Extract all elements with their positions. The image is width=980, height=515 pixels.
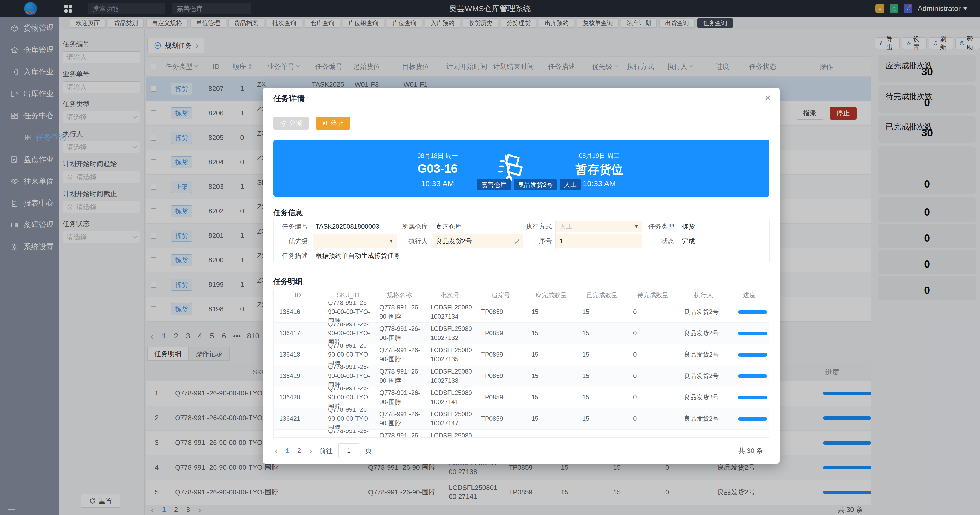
next-page-icon[interactable]: › bbox=[308, 446, 313, 456]
desc-value: 根据预约单自动生成拣货任务 bbox=[312, 249, 770, 262]
progress-bar bbox=[738, 331, 767, 335]
priority-cell: ▼ bbox=[312, 233, 398, 249]
seq-label: 序号 bbox=[524, 233, 556, 249]
detail-plan-cell: 15 bbox=[526, 323, 577, 344]
detail-row[interactable]: 136421Q778-991 -26-90-00-00-TYO-围脖Q778-9… bbox=[274, 408, 769, 429]
assign-button[interactable]: 分派 bbox=[273, 117, 309, 130]
destination-location: 暂存货位 bbox=[552, 162, 646, 177]
detail-track-cell: TP0859 bbox=[476, 344, 526, 365]
detail-column-header: 已完成数量 bbox=[577, 289, 627, 301]
detail-column-header: 追踪号 bbox=[476, 289, 526, 301]
prev-page-icon[interactable]: ‹ bbox=[273, 446, 279, 456]
detail-todo-cell: 0 bbox=[627, 387, 678, 408]
detail-spec-cell: Q778-991 -26-90-围脖 bbox=[374, 387, 425, 408]
detail-row[interactable]: 136420Q778-991 -26-90-00-00-TYO-围脖Q778-9… bbox=[274, 387, 769, 408]
method-value: 人工 bbox=[560, 222, 573, 231]
task-info-grid: 任务编号 TASK2025081800003 所属仓库 嘉善仓库 执行方式 人工… bbox=[273, 220, 769, 262]
detail-column-header: ID bbox=[274, 289, 322, 301]
detail-done-cell: 15 bbox=[577, 387, 627, 408]
detail-row[interactable]: 136418Q778-991 -26-90-00-00-TYO-围脖Q778-9… bbox=[274, 344, 769, 366]
detail-id-cell: 136417 bbox=[274, 323, 322, 344]
status-value: 完成 bbox=[678, 233, 770, 249]
detail-spec-cell: Q778-991 -26-90-围脖 bbox=[374, 366, 425, 387]
priority-select[interactable]: ▼ bbox=[313, 234, 397, 248]
detail-track-cell: TP0859 bbox=[476, 323, 526, 344]
warehouse-value: 嘉善仓库 bbox=[432, 220, 524, 233]
detail-progress-cell bbox=[729, 323, 769, 344]
modal-pagination: ‹12›前往页共 30 条 bbox=[273, 444, 769, 458]
type-label: 任务类型 bbox=[643, 220, 678, 233]
task-no-label: 任务编号 bbox=[274, 220, 312, 233]
detail-id-cell: 136421 bbox=[274, 408, 322, 429]
banner-tag: 嘉善仓库 bbox=[477, 179, 511, 190]
executor-field[interactable]: 良品发货2号 bbox=[433, 234, 523, 248]
page-1[interactable]: 1 bbox=[285, 447, 291, 455]
detail-column-header: 批次号 bbox=[425, 289, 476, 301]
info-section-title: 任务信息 bbox=[273, 208, 302, 218]
origin-time: 10:33 AM bbox=[391, 179, 485, 188]
detail-batch-cell: LCDSFL250801002 bbox=[425, 429, 476, 437]
detail-done-cell: 15 bbox=[577, 323, 627, 344]
detail-todo-cell: 0 bbox=[627, 344, 678, 365]
stop-button[interactable]: 停止 bbox=[315, 117, 350, 130]
page-2[interactable]: 2 bbox=[296, 447, 302, 455]
detail-progress-cell bbox=[729, 408, 769, 429]
detail-sku-cell: Q778-991 -26-90-00-00-TYO-围脖 bbox=[322, 344, 374, 365]
seq-cell: 1 bbox=[556, 233, 643, 249]
method-select[interactable]: 人工 ▼ bbox=[557, 221, 642, 232]
hand-truck-icon bbox=[494, 152, 524, 183]
executor-label: 执行人 bbox=[398, 233, 432, 249]
detail-executor-cell: 良品发货2号 bbox=[678, 366, 729, 387]
progress-bar bbox=[738, 310, 767, 314]
detail-row[interactable]: 136419Q778-991 -26-90-00-00-TYO-围脖Q778-9… bbox=[274, 366, 769, 387]
detail-track-cell: TP0859 bbox=[476, 301, 526, 323]
modal-header: 任务详情 × bbox=[263, 87, 780, 109]
executor-value: 良品发货2号 bbox=[436, 237, 472, 246]
detail-id-cell: 136420 bbox=[274, 387, 322, 408]
close-icon[interactable]: × bbox=[764, 92, 771, 104]
detail-sku-cell: Q778-991 -26-90-00-00-TYO-围脖 bbox=[322, 301, 374, 323]
detail-row[interactable]: 136417Q778-991 -26-90-00-00-TYO-围脖Q778-9… bbox=[274, 323, 769, 344]
send-icon bbox=[280, 120, 286, 127]
method-label: 执行方式 bbox=[524, 220, 556, 233]
detail-batch-cell: LCDSFL2508010027135 bbox=[425, 344, 476, 365]
method-cell: 人工 ▼ bbox=[556, 220, 643, 233]
seq-field[interactable]: 1 bbox=[557, 234, 642, 248]
detail-plan-cell: 15 bbox=[526, 301, 577, 323]
modal-actions: 分派 停止 bbox=[273, 117, 350, 130]
detail-row[interactable]: 136416Q778-991 -26-90-00-00-TYO-围脖Q778-9… bbox=[274, 301, 769, 323]
modal-detail-table: IDSKU_ID规格名称批次号追踪号应完成数量已完成数量待完成数量执行人进度 1… bbox=[273, 288, 769, 437]
detail-todo-cell: 0 bbox=[627, 323, 678, 344]
detail-row[interactable]: Q778-991 -26-90-00-00-TYO-围脖Q778-991 -26… bbox=[274, 429, 769, 437]
warehouse-label: 所属仓库 bbox=[398, 220, 432, 233]
type-value: 拣货 bbox=[678, 220, 770, 233]
detail-spec-cell: Q778-991 -26-90-围脖 bbox=[374, 301, 425, 323]
detail-executor-cell: 良品发货2号 bbox=[678, 408, 729, 429]
select-arrow-icon: ▼ bbox=[388, 238, 394, 244]
detail-done-cell: 15 bbox=[577, 301, 627, 323]
seq-value: 1 bbox=[560, 237, 563, 245]
goto-label: 前往 bbox=[319, 446, 333, 455]
detail-spec-cell: Q778-991 -26-90-围脖 bbox=[374, 408, 425, 429]
detail-spec-cell: Q778-991 -26-90-围脖 bbox=[374, 323, 425, 344]
detail-sku-cell: Q778-991 -26-90-00-00-TYO-围脖 bbox=[322, 387, 374, 408]
detail-id-cell: 136419 bbox=[274, 366, 322, 387]
detail-todo-cell: 0 bbox=[627, 366, 678, 387]
task-no-value: TASK2025081800003 bbox=[312, 220, 398, 233]
detail-done-cell: 15 bbox=[577, 408, 627, 429]
goto-page-input[interactable] bbox=[339, 444, 360, 458]
detail-sku-cell: Q778-991 -26-90-00-00-TYO-围脖 bbox=[322, 366, 374, 387]
modal-title: 任务详情 bbox=[273, 87, 305, 109]
edit-pencil-icon[interactable] bbox=[514, 238, 520, 244]
detail-track-cell bbox=[476, 429, 526, 437]
detail-track-cell: TP0859 bbox=[476, 387, 526, 408]
detail-plan-cell bbox=[526, 429, 577, 437]
detail-progress-cell bbox=[729, 301, 769, 323]
desc-label: 任务描述 bbox=[274, 249, 312, 262]
destination-date: 08月19日 周二 bbox=[552, 152, 646, 160]
detail-plan-cell: 15 bbox=[526, 387, 577, 408]
banner-tag: 人工 bbox=[560, 179, 581, 190]
detail-todo-cell bbox=[627, 429, 678, 437]
detail-done-cell: 15 bbox=[577, 366, 627, 387]
detail-spec-cell: Q778-991 -26-90-围脖 bbox=[374, 429, 425, 437]
